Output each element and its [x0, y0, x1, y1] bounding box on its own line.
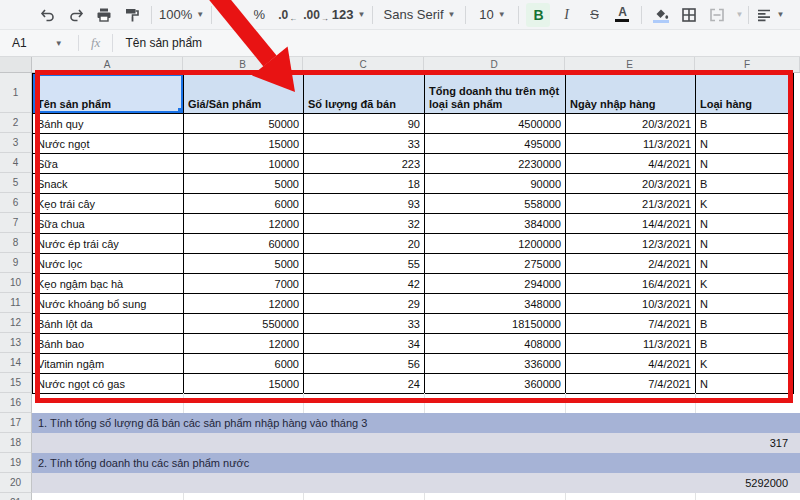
cell-F1[interactable]: Loại hàng: [696, 74, 794, 114]
cell-F5[interactable]: B: [696, 174, 794, 194]
cell-C4[interactable]: 223: [304, 154, 425, 174]
cell-D14[interactable]: 336000: [425, 354, 566, 374]
cell-C8[interactable]: 20: [304, 234, 425, 254]
cell-D2[interactable]: 4500000: [425, 114, 566, 134]
cell-D12[interactable]: 18150000: [425, 314, 566, 334]
cell-F4[interactable]: N: [696, 154, 794, 174]
cell-F14[interactable]: K: [696, 354, 794, 374]
cell-E4[interactable]: 4/4/2021: [566, 154, 696, 174]
paint-format-button[interactable]: [120, 3, 144, 27]
row-header[interactable]: 10: [0, 273, 32, 293]
row-header[interactable]: 7: [0, 213, 32, 233]
name-box[interactable]: A1▼: [0, 36, 78, 50]
cell-D9[interactable]: 275000: [425, 254, 566, 274]
column-header-b[interactable]: B: [183, 57, 303, 72]
print-button[interactable]: [92, 3, 116, 27]
cell-A4[interactable]: Sữa: [33, 154, 184, 174]
cell-E13[interactable]: 11/3/2021: [566, 334, 696, 354]
cell-B4[interactable]: 10000: [184, 154, 304, 174]
cell-F10[interactable]: K: [696, 274, 794, 294]
format-currency-button[interactable]: $: [219, 3, 243, 27]
cell-D4[interactable]: 2230000: [425, 154, 566, 174]
question-1-cell[interactable]: 1. Tính tổng số lượng đã bán các sản phẩ…: [32, 413, 800, 433]
cell-F2[interactable]: B: [696, 114, 794, 134]
cell-A8[interactable]: Nước ép trái cây: [33, 234, 184, 254]
cell-B8[interactable]: 60000: [184, 234, 304, 254]
select-all-corner[interactable]: [0, 57, 32, 72]
cell-C1[interactable]: Số lượng đã bán: [304, 74, 425, 114]
cell-C6[interactable]: 93: [304, 194, 425, 214]
cell-A15[interactable]: Nước ngọt có gas: [33, 374, 184, 394]
format-percent-button[interactable]: %: [247, 3, 271, 27]
cell-D6[interactable]: 558000: [425, 194, 566, 214]
cell-E3[interactable]: 11/3/2021: [566, 134, 696, 154]
cell-B14[interactable]: 6000: [184, 354, 304, 374]
cell-A3[interactable]: Nước ngọt: [33, 134, 184, 154]
row-header[interactable]: 12: [0, 313, 32, 333]
question-2-cell[interactable]: 2. Tính tổng doanh thu các sản phẩm nước: [32, 453, 800, 473]
horizontal-align-button[interactable]: ▼: [756, 3, 784, 27]
row-header[interactable]: 16: [0, 393, 32, 413]
cell-F3[interactable]: N: [696, 134, 794, 154]
cell-A13[interactable]: Bánh bao: [33, 334, 184, 354]
cell-A2[interactable]: Bánh quy: [33, 114, 184, 134]
cell-B3[interactable]: 15000: [184, 134, 304, 154]
italic-button[interactable]: I: [554, 3, 578, 27]
cell-D1[interactable]: Tổng doanh thu trên một loại sản phẩm: [425, 74, 566, 114]
column-header-f[interactable]: F: [695, 57, 800, 72]
cell-A9[interactable]: Nước lọc: [33, 254, 184, 274]
cell-C15[interactable]: 24: [304, 374, 425, 394]
row-header[interactable]: 21: [0, 493, 32, 500]
cell-F9[interactable]: N: [696, 254, 794, 274]
cell-C7[interactable]: 32: [304, 214, 425, 234]
decrease-decimal-button[interactable]: .0←: [275, 3, 299, 27]
row-header[interactable]: 6: [0, 193, 32, 213]
merge-cells-button[interactable]: [705, 3, 729, 27]
redo-button[interactable]: [64, 3, 88, 27]
cell-B1[interactable]: Giá/Sản phẩm: [184, 74, 304, 114]
cell-B12[interactable]: 550000: [184, 314, 304, 334]
row-header[interactable]: 14: [0, 353, 32, 373]
cell-D15[interactable]: 360000: [425, 374, 566, 394]
cell-C2[interactable]: 90: [304, 114, 425, 134]
cell-E8[interactable]: 12/3/2021: [566, 234, 696, 254]
cell-F7[interactable]: N: [696, 214, 794, 234]
row-header[interactable]: 11: [0, 293, 32, 313]
row-header[interactable]: 9: [0, 253, 32, 273]
cell-E7[interactable]: 14/4/2021: [566, 214, 696, 234]
cell-E9[interactable]: 2/4/2021: [566, 254, 696, 274]
borders-button[interactable]: [677, 3, 701, 27]
cell-B6[interactable]: 6000: [184, 194, 304, 214]
increase-decimal-button[interactable]: .00→: [303, 3, 328, 27]
cell-A5[interactable]: Snack: [33, 174, 184, 194]
row-header[interactable]: 2: [0, 113, 32, 133]
cell-E10[interactable]: 16/4/2021: [566, 274, 696, 294]
cell-B15[interactable]: 15000: [184, 374, 304, 394]
cell-F15[interactable]: N: [696, 374, 794, 394]
cell-A6[interactable]: Kẹo trái cây: [33, 194, 184, 214]
row-header[interactable]: 4: [0, 153, 32, 173]
cell-D8[interactable]: 1200000: [425, 234, 566, 254]
cell-A1-selected[interactable]: Tên sản phẩm: [33, 74, 184, 114]
cell-E2[interactable]: 20/3/2021: [566, 114, 696, 134]
row-header[interactable]: 15: [0, 373, 32, 393]
cell-C11[interactable]: 29: [304, 294, 425, 314]
column-header-c[interactable]: C: [303, 57, 424, 72]
text-color-button[interactable]: A: [610, 3, 634, 27]
cell-A10[interactable]: Kẹo ngậm bạc hà: [33, 274, 184, 294]
cell-A11[interactable]: Nước khoáng bổ sung: [33, 294, 184, 314]
cell-B9[interactable]: 5000: [184, 254, 304, 274]
cell-C13[interactable]: 34: [304, 334, 425, 354]
cell-C5[interactable]: 18: [304, 174, 425, 194]
zoom-select[interactable]: 100%▼: [159, 3, 204, 27]
fill-color-button[interactable]: [649, 3, 673, 27]
cell-F12[interactable]: B: [696, 314, 794, 334]
column-header-e[interactable]: E: [565, 57, 695, 72]
row-header[interactable]: 17: [0, 413, 32, 433]
cell-E12[interactable]: 7/4/2021: [566, 314, 696, 334]
cell-D3[interactable]: 495000: [425, 134, 566, 154]
row-header[interactable]: 13: [0, 333, 32, 353]
cell-D10[interactable]: 294000: [425, 274, 566, 294]
cell-A7[interactable]: Sữa chua: [33, 214, 184, 234]
row-header[interactable]: 20: [0, 473, 32, 493]
